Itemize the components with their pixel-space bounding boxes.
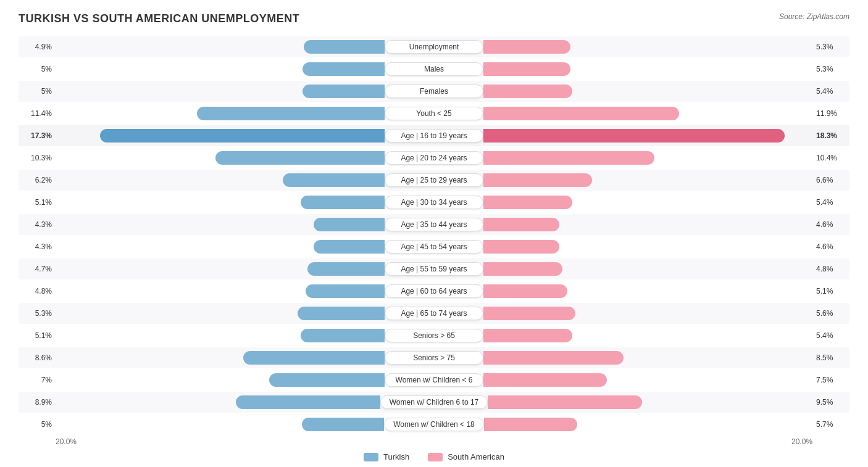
left-bar [303,85,385,98]
axis-labels: 20.0% 20.0% [19,437,849,446]
bar-label: Unemployment [385,40,483,54]
left-value: 4.9% [19,43,56,51]
bar-label: Age | 30 to 34 years [385,196,483,209]
left-bar [306,284,385,298]
bar-row: 8.9%Women w/ Children 6 to 179.5% [19,392,849,413]
right-value: 11.9% [812,109,849,118]
bar-label: Women w/ Children < 18 [384,418,484,431]
right-bar [483,85,572,98]
left-bar [301,329,385,342]
right-value: 5.4% [812,87,849,96]
left-value: 8.9% [19,398,56,407]
left-bar [304,40,385,54]
right-value: 10.4% [812,154,849,162]
right-bar [483,196,572,209]
left-value: 7% [19,376,56,384]
legend-turkish-label: Turkish [383,452,409,461]
right-value: 4.6% [812,242,849,251]
left-bar [303,62,385,76]
chart-legend: Turkish South American [19,452,849,461]
right-value: 5.1% [812,287,849,295]
left-value: 10.3% [19,154,56,162]
bar-label: Age | 25 to 29 years [385,173,483,187]
bar-row: 5%Males5.3% [19,59,849,80]
left-bar [314,240,385,254]
right-value: 5.4% [812,331,849,340]
right-value: 8.5% [812,353,849,362]
bar-row: 5.1%Seniors > 655.4% [19,325,849,346]
bar-label: Age | 65 to 74 years [385,307,483,320]
bar-row: 5%Females5.4% [19,81,849,102]
legend-south-american-label: South American [448,452,504,461]
right-bar [483,329,572,342]
bar-row: 7%Women w/ Children < 67.5% [19,370,849,391]
axis-right-label: 20.0% [791,437,812,446]
chart-container: TURKISH VS SOUTH AMERICAN UNEMPLOYMENT S… [0,0,868,467]
bar-row: 10.3%Age | 20 to 24 years10.4% [19,147,849,168]
bar-row: 4.8%Age | 60 to 64 years5.1% [19,281,849,302]
left-bar [314,218,385,231]
left-value: 11.4% [19,109,56,118]
right-bar [483,284,567,298]
left-value: 5% [19,65,56,73]
bar-row: 5.3%Age | 65 to 74 years5.6% [19,303,849,324]
left-value: 5.1% [19,331,56,340]
right-bar [483,62,570,76]
chart-source: Source: ZipAtlas.com [779,12,849,21]
left-value: 8.6% [19,353,56,362]
legend-turkish: Turkish [364,452,409,461]
left-bar [100,129,385,143]
right-bar [483,351,624,365]
bar-row: 4.7%Age | 55 to 59 years4.8% [19,258,849,279]
bar-row: 5.1%Age | 30 to 34 years5.4% [19,192,849,213]
bar-label: Women w/ Children < 6 [385,373,483,387]
right-bar [483,373,607,387]
bar-label: Women w/ Children 6 to 17 [380,395,488,409]
bar-row: 4.3%Age | 35 to 44 years4.6% [19,214,849,235]
left-value: 17.3% [19,131,56,140]
left-value: 5.3% [19,309,56,318]
bar-label: Females [385,85,483,98]
left-bar [301,196,385,209]
left-bar [243,351,385,365]
right-value: 5.7% [812,420,849,429]
chart-body: 4.9%Unemployment5.3%5%Males5.3%5%Females… [19,36,849,435]
legend-south-american-color [428,453,443,461]
chart-header: TURKISH VS SOUTH AMERICAN UNEMPLOYMENT S… [19,12,849,25]
right-value: 4.8% [812,265,849,273]
left-value: 4.7% [19,265,56,273]
right-value: 5.4% [812,198,849,207]
left-value: 6.2% [19,176,56,184]
bar-label: Males [385,62,483,76]
left-value: 5.1% [19,198,56,207]
bar-row: 4.9%Unemployment5.3% [19,36,849,57]
bar-label: Age | 45 to 54 years [385,240,483,254]
bar-label: Age | 55 to 59 years [385,262,483,276]
bar-row: 4.3%Age | 45 to 54 years4.6% [19,236,849,257]
right-value: 6.6% [812,176,849,184]
left-bar [283,173,385,187]
bar-row: 17.3%Age | 16 to 19 years18.3% [19,125,849,146]
bar-row: 8.6%Seniors > 758.5% [19,347,849,368]
bar-label: Age | 20 to 24 years [385,151,483,165]
right-value: 9.5% [812,398,849,407]
bar-row: 6.2%Age | 25 to 29 years6.6% [19,170,849,191]
bar-label: Seniors > 65 [385,329,483,342]
right-bar [484,418,578,431]
left-bar [197,107,385,120]
bar-label: Age | 16 to 19 years [385,129,483,143]
left-value: 4.8% [19,287,56,295]
left-bar [298,307,385,320]
right-bar [483,107,679,120]
right-bar [483,129,785,143]
right-bar [483,151,654,165]
bar-label: Age | 35 to 44 years [385,218,483,231]
left-bar [302,418,384,431]
bar-label: Youth < 25 [385,107,483,120]
right-value: 5.3% [812,65,849,73]
left-bar [215,151,385,165]
bar-label: Seniors > 75 [385,351,483,365]
left-value: 5% [19,87,56,96]
left-bar [236,395,380,409]
legend-turkish-color [364,453,378,461]
